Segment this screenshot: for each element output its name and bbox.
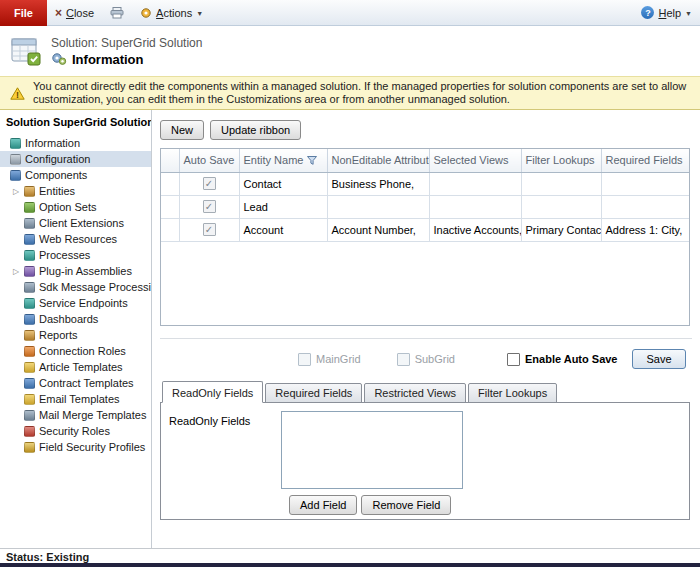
sidebar-item-email-templates[interactable]: Email Templates	[0, 391, 151, 407]
tab-readonly-fields[interactable]: ReadOnly Fields	[162, 381, 263, 403]
maingrid-option: MainGrid	[298, 353, 361, 366]
entity-name-cell[interactable]: Account	[239, 218, 327, 241]
sdk-message-item-icon	[24, 282, 35, 293]
checkbox-checked-icon[interactable]: ✓	[203, 177, 216, 190]
sidebar-item-connection-roles[interactable]: Connection Roles	[0, 343, 151, 359]
sidebar-item-security-roles[interactable]: Security Roles	[0, 423, 151, 439]
save-button[interactable]: Save	[632, 349, 686, 369]
tab-restricted-views[interactable]: Restricted Views	[364, 383, 466, 403]
managed-solution-warning-banner: ! You cannot directly edit the component…	[0, 76, 700, 110]
print-button[interactable]	[102, 0, 132, 25]
security-roles-item-icon	[24, 426, 35, 437]
sidebar-item-contract-templates[interactable]: Contract Templates	[0, 375, 151, 391]
expand-arrow-icon[interactable]: ▷	[13, 187, 19, 196]
sidebar-item-field-security-profiles[interactable]: Field Security Profiles	[0, 439, 151, 455]
sidebar-item-label: Plug-in Assemblies	[39, 265, 132, 277]
actions-menu-button[interactable]: Actions ▼	[132, 0, 211, 25]
tab-filter-lookups[interactable]: Filter Lookups	[468, 383, 557, 403]
col-selected-views[interactable]: Selected Views	[429, 149, 521, 172]
col-required-fields[interactable]: Required Fields	[601, 149, 689, 172]
sidebar-item-service-endpoints[interactable]: Service Endpoints	[0, 295, 151, 311]
checkbox-checked-icon[interactable]: ✓	[203, 223, 216, 236]
selected-views-cell[interactable]	[429, 195, 521, 218]
filter-lookups-cell[interactable]: Primary Contact,	[521, 218, 601, 241]
table-row-lead[interactable]: ✓ Lead	[161, 195, 689, 218]
entity-name-cell[interactable]: Contact	[239, 172, 327, 195]
main-content: New Update ribbon Auto Save	[152, 110, 700, 548]
table-row-contact[interactable]: ✓ Contact Business Phone,	[161, 172, 689, 195]
sidebar-item-entities[interactable]: ▷ Entities	[0, 183, 151, 199]
table-row-account[interactable]: ✓ Account Account Number, Inactive Accou…	[161, 218, 689, 241]
sidebar-title: Solution SuperGrid Solution	[0, 114, 151, 135]
required-fields-cell[interactable]: Address 1: City,	[601, 218, 689, 241]
col-filter-lookups[interactable]: Filter Lookups	[521, 149, 601, 172]
option-sets-item-icon	[24, 202, 35, 213]
noneditable-cell[interactable]	[327, 195, 429, 218]
row-selector-header	[161, 149, 179, 172]
auto-save-cell[interactable]: ✓	[179, 218, 239, 241]
sidebar-item-sdk-message-processing[interactable]: Sdk Message Processing S...	[0, 279, 151, 295]
printer-icon	[110, 7, 124, 19]
filter-lookups-cell[interactable]	[521, 195, 601, 218]
sidebar-item-processes[interactable]: Processes	[0, 247, 151, 263]
row-selector[interactable]	[161, 195, 179, 218]
add-field-button[interactable]: Add Field	[289, 495, 357, 515]
enable-auto-save-checkbox[interactable]	[507, 353, 520, 366]
sidebar-item-plugin-assemblies[interactable]: ▷ Plug-in Assemblies	[0, 263, 151, 279]
close-button[interactable]: × Close	[47, 0, 102, 25]
auto-save-cell[interactable]: ✓	[179, 172, 239, 195]
remove-field-button[interactable]: Remove Field	[361, 495, 451, 515]
reports-item-icon	[24, 330, 35, 341]
tab-required-fields[interactable]: Required Fields	[265, 383, 362, 403]
file-menu-button[interactable]: File	[0, 0, 47, 26]
sidebar-item-reports[interactable]: Reports	[0, 327, 151, 343]
update-ribbon-button[interactable]: Update ribbon	[210, 120, 301, 140]
enable-auto-save-label: Enable Auto Save	[525, 353, 618, 365]
sidebar-item-label: Web Resources	[39, 233, 117, 245]
sidebar-item-label: Components	[25, 169, 87, 181]
sidebar-item-client-extensions[interactable]: Client Extensions	[0, 215, 151, 231]
sidebar-item-information[interactable]: Information	[0, 135, 151, 151]
sidebar-item-label: Sdk Message Processing S...	[39, 281, 151, 293]
sidebar-item-dashboards[interactable]: Dashboards	[0, 311, 151, 327]
required-fields-cell[interactable]	[601, 172, 689, 195]
sidebar-item-article-templates[interactable]: Article Templates	[0, 359, 151, 375]
subgrid-label: SubGrid	[415, 353, 455, 365]
auto-save-cell[interactable]: ✓	[179, 195, 239, 218]
col-entity-name[interactable]: Entity Name	[239, 149, 327, 172]
sidebar-item-label: Article Templates	[39, 361, 123, 373]
maingrid-checkbox[interactable]	[298, 353, 311, 366]
col-noneditable-attributes[interactable]: NonEditable Attributes	[327, 149, 429, 172]
tab-strip: ReadOnly Fields Required Fields Restrict…	[160, 381, 692, 403]
information-icon	[51, 52, 67, 66]
toolbar: File × Close Actions ▼ ? Help ▼	[0, 0, 700, 26]
sidebar-item-label: Security Roles	[39, 425, 110, 437]
close-label: Close	[66, 7, 94, 19]
expand-arrow-icon[interactable]: ▷	[13, 267, 19, 276]
sidebar-item-web-resources[interactable]: Web Resources	[0, 231, 151, 247]
options-row: MainGrid SubGrid Enable Auto Save Save	[160, 347, 692, 371]
row-selector[interactable]	[161, 172, 179, 195]
required-fields-cell[interactable]	[601, 195, 689, 218]
status-bar: Status: Existing	[0, 548, 700, 567]
sidebar-item-components[interactable]: Components	[0, 167, 151, 183]
filter-lookups-cell[interactable]	[521, 172, 601, 195]
sidebar-item-mail-merge-templates[interactable]: Mail Merge Templates	[0, 407, 151, 423]
filter-funnel-icon[interactable]	[307, 156, 317, 165]
entity-name-cell[interactable]: Lead	[239, 195, 327, 218]
sidebar-item-label: Mail Merge Templates	[39, 409, 146, 421]
checkbox-checked-icon[interactable]: ✓	[203, 200, 216, 213]
noneditable-cell[interactable]: Business Phone,	[327, 172, 429, 195]
selected-views-cell[interactable]: Inactive Accounts,	[429, 218, 521, 241]
help-menu-button[interactable]: ? Help ▼	[633, 0, 700, 25]
col-auto-save[interactable]: Auto Save	[179, 149, 239, 172]
sidebar-item-option-sets[interactable]: Option Sets	[0, 199, 151, 215]
noneditable-cell[interactable]: Account Number,	[327, 218, 429, 241]
row-selector[interactable]	[161, 218, 179, 241]
subgrid-checkbox[interactable]	[397, 353, 410, 366]
solution-title: Solution: SuperGrid Solution	[51, 36, 202, 50]
new-button[interactable]: New	[160, 120, 204, 140]
sidebar-item-configuration[interactable]: Configuration	[0, 151, 151, 167]
readonly-fields-listbox[interactable]	[281, 411, 463, 489]
selected-views-cell[interactable]	[429, 172, 521, 195]
